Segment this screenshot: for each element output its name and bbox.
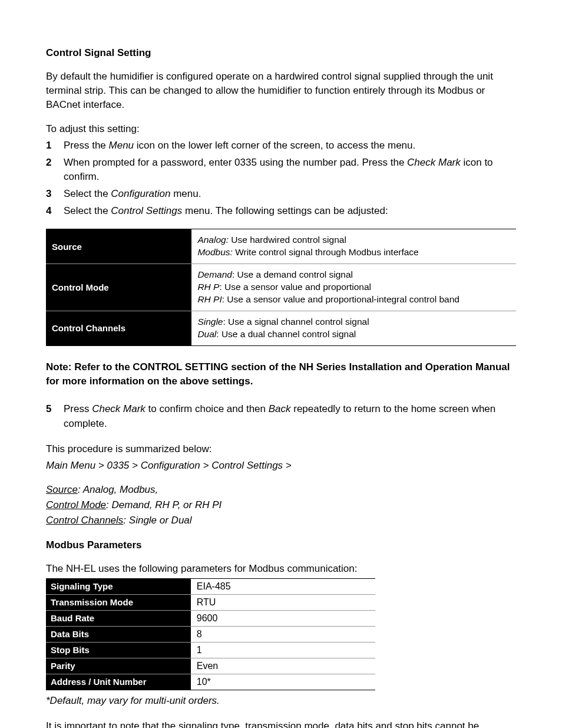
setting-desc: Single: Use a signal channel control sig… (191, 311, 516, 346)
table-row: SourceAnalog: Use hardwired control sign… (46, 229, 516, 264)
setting-desc: Demand: Use a demand control signalRH P:… (191, 264, 516, 311)
text: When prompted for a password, enter 0335… (64, 157, 407, 168)
emphasis: Back (269, 403, 291, 414)
summary-intro: This procedure is summarized below: (46, 442, 516, 456)
emphasis: Check Mark (92, 403, 146, 414)
closing-paragraph: It is important to note that the signali… (46, 719, 516, 728)
table-row: Control ModeDemand: Use a demand control… (46, 264, 516, 311)
text: Write control signal through Modbus inte… (233, 247, 419, 257)
param-label: Signaling Type (46, 578, 191, 594)
param-value: 10* (191, 674, 375, 690)
list-item: 2When prompted for a password, enter 033… (46, 156, 516, 185)
text: : Demand, RH P, or RH PI (106, 499, 222, 510)
table-row: ParityEven (46, 658, 375, 674)
param-value: EIA-485 (191, 578, 375, 594)
underlined-text: cannot (435, 720, 465, 728)
list-item: 1Press the Menu icon on the lower left c… (46, 139, 516, 153)
text: : Analog, Modbus, (78, 484, 158, 495)
text: Select the (64, 205, 111, 216)
setting-label: Control Mode (46, 264, 191, 311)
table-row: Signaling TypeEIA-485 (46, 578, 375, 594)
text: Press the (64, 140, 109, 151)
summary-line: Source: Analog, Modbus, (46, 483, 516, 497)
text: Use hardwired control signal (229, 235, 346, 245)
step-number: 4 (46, 204, 64, 219)
underlined-label: Source (46, 484, 78, 495)
param-label: Data Bits (46, 626, 191, 642)
param-label: Parity (46, 658, 191, 674)
note-paragraph: Note: Refer to the CONTROL SETTING secti… (46, 360, 516, 388)
summary-lines: Source: Analog, Modbus,Control Mode: Dem… (46, 483, 516, 527)
emphasis: Demand (197, 269, 232, 279)
text: to confirm choice and then (146, 403, 269, 414)
setting-desc: Analog: Use hardwired control signalModb… (191, 229, 516, 264)
step-body: Select the Configuration menu. (64, 187, 516, 202)
summary-line: Control Mode: Demand, RH P, or RH PI (46, 498, 516, 512)
emphasis: Single (197, 317, 223, 327)
asterisk-note: *Default, may vary for multi-unit orders… (46, 694, 516, 708)
summary-path: Main Menu > 0335 > Configuration > Contr… (46, 459, 516, 473)
list-item: 5 Press Check Mark to confirm choice and… (46, 402, 516, 431)
text: icon on the lower left corner of the scr… (134, 140, 415, 151)
param-label: Baud Rate (46, 610, 191, 626)
param-value: 1 (191, 642, 375, 658)
emphasis: Check Mark (407, 157, 461, 168)
param-value: RTU (191, 594, 375, 610)
param-label: Transmission Mode (46, 594, 191, 610)
step-body: Select the Control Settings menu. The fo… (64, 204, 516, 219)
param-label: Address / Unit Number (46, 674, 191, 690)
list-item: 3Select the Configuration menu. (46, 187, 516, 202)
list-item: 4Select the Control Settings menu. The f… (46, 204, 516, 219)
step-body: Press Check Mark to confirm choice and t… (64, 402, 516, 431)
heading-control-signal: Control Signal Setting (46, 47, 516, 59)
param-label: Stop Bits (46, 642, 191, 658)
step-number: 2 (46, 156, 64, 185)
step-number: 3 (46, 187, 64, 202)
text: : Use a dual channel control signal (216, 329, 356, 339)
step-body: Press the Menu icon on the lower left co… (64, 139, 516, 153)
settings-table: SourceAnalog: Use hardwired control sign… (46, 229, 516, 345)
text: Press (64, 403, 92, 414)
heading-modbus-params: Modbus Parameters (46, 539, 516, 551)
step-body: When prompted for a password, enter 0335… (64, 156, 516, 185)
emphasis: RH P (197, 282, 219, 292)
params-table: Signaling TypeEIA-485Transmission ModeRT… (46, 578, 375, 690)
table-row: Stop Bits1 (46, 642, 375, 658)
underlined-label: Control Mode (46, 499, 106, 510)
emphasis: Control Settings (111, 205, 182, 216)
param-value: Even (191, 658, 375, 674)
step-number: 1 (46, 139, 64, 153)
emphasis: Menu (109, 140, 134, 151)
underlined-label: Control Channels (46, 515, 123, 526)
table-row: Address / Unit Number10* (46, 674, 375, 690)
adjust-intro: To adjust this setting: (46, 122, 516, 136)
step-number: 5 (46, 402, 64, 431)
table-row: Data Bits8 (46, 626, 375, 642)
summary-line: Control Channels: Single or Dual (46, 513, 516, 528)
param-value: 9600 (191, 610, 375, 626)
text: : Use a sensor value and proportional (219, 282, 371, 292)
text: menu. The following settings can be adju… (182, 205, 388, 216)
text: : Use a signal channel control signal (223, 317, 369, 327)
intro-paragraph: By default the humidifier is configured … (46, 70, 516, 111)
modbus-intro: The NH-EL uses the following parameters … (46, 562, 516, 576)
param-value: 8 (191, 626, 375, 642)
setting-label: Source (46, 229, 191, 264)
emphasis: Configuration (111, 188, 170, 199)
emphasis: RH PI (197, 294, 222, 304)
setting-label: Control Channels (46, 311, 191, 346)
emphasis: Dual (197, 329, 216, 339)
emphasis: Modbus: (197, 247, 232, 257)
text: : Single or Dual (123, 515, 191, 526)
emphasis: Analog: (197, 235, 229, 245)
text: menu. (170, 188, 201, 199)
document-page: Control Signal Setting By default the hu… (0, 0, 562, 728)
text: It is important to note that the signali… (46, 720, 435, 728)
text: Select the (64, 188, 111, 199)
table-row: Baud Rate9600 (46, 610, 375, 626)
text: : Use a sensor value and proportional-in… (222, 294, 459, 304)
steps-list: 1Press the Menu icon on the lower left c… (46, 139, 516, 218)
table-row: Transmission ModeRTU (46, 594, 375, 610)
text: : Use a demand control signal (232, 269, 353, 279)
step-5-list: 5 Press Check Mark to confirm choice and… (46, 402, 516, 431)
